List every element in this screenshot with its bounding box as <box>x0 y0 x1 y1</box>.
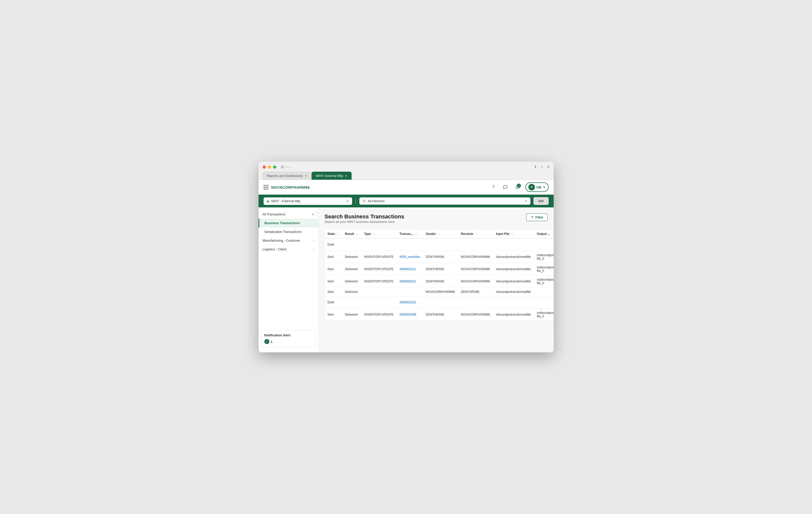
mint-selector-label: MINT - External Mfg <box>271 199 344 203</box>
tab-mint-label: MINT External Mfg <box>316 174 343 178</box>
user-avatar[interactable]: P OB ▼ <box>525 182 548 192</box>
sidebar-item-business-transactions[interactable]: Business Transactions <box>259 219 318 228</box>
filter-button[interactable]: Filter <box>526 213 548 221</box>
browser-window: ⊞ ‹ › ⬆ + ⧉ Reports and Dashboards ✕ MIN… <box>259 162 554 352</box>
windows-icon[interactable]: ⧉ <box>547 165 550 169</box>
cell-input_file: inboundpretransformedfile <box>493 288 534 296</box>
chat-icon[interactable] <box>501 183 510 191</box>
header-actions: ? 3 P OB ▼ <box>489 182 548 192</box>
cell-receiver <box>458 238 493 251</box>
cell-type: INVENTORYUPDATE <box>361 251 396 263</box>
cell-transaction[interactable]: 4500003288 <box>397 309 423 321</box>
business-transactions-label: Business Transactions <box>265 221 300 225</box>
app-menu-icon[interactable] <box>264 185 268 190</box>
sort-input-icon: ↑↓ <box>511 233 514 235</box>
manufacturing-customer-label: Manufacturing - Customer <box>263 239 300 242</box>
tab-reports-label: Reports and Dashboards <box>267 174 303 178</box>
app-header: NOVACORPHARM86 ? 3 P <box>259 180 554 195</box>
sort-transaction-icon: ↑↓ <box>415 233 417 235</box>
col-transaction[interactable]: Transac... ↑↓ <box>397 230 423 238</box>
table-row: SentDeliveredNOVACORPHARM86ZENITHRX86inb… <box>325 288 554 296</box>
transactions-table: State ↑↓ Result ↑↓ Type ↑↓ Transac... <box>325 230 554 321</box>
cell-result: Delivered <box>342 263 361 275</box>
partner-icon <box>362 200 366 203</box>
cell-transaction[interactable]: 4000021001 <box>397 296 423 309</box>
col-receiver[interactable]: Receiver ↑↓ <box>458 230 493 238</box>
cell-output_file <box>534 238 554 251</box>
new-tab-icon[interactable]: + <box>541 165 543 169</box>
sort-receiver-icon: ↑↓ <box>475 233 477 235</box>
sidebar-collapse-button[interactable]: ‹ <box>315 210 322 216</box>
tab-reports-close[interactable]: ✕ <box>305 174 307 178</box>
sidebar-item-all-transactions[interactable]: All Transactions ▼ <box>259 210 318 219</box>
cell-result: Delivered <box>342 309 361 321</box>
cell-receiver: ZENITHRX86 <box>458 288 493 296</box>
help-icon[interactable]: ? <box>489 183 497 191</box>
col-state[interactable]: State ↑↓ <box>325 230 342 238</box>
user-dropdown-icon[interactable]: ▼ <box>543 186 546 189</box>
partner-dropdown-icon: ▼ <box>525 200 527 203</box>
mint-selector[interactable]: ◈ MINT - External Mfg ▼ <box>264 198 352 205</box>
cell-result <box>342 238 361 251</box>
cell-receiver: NOVACORPHARM86 <box>458 309 493 321</box>
tab-mint-close[interactable]: ✕ <box>345 174 347 178</box>
logistics-chevron: › <box>313 248 314 251</box>
cell-receiver: NOVACORPHARM86 <box>458 275 493 288</box>
tab-mint[interactable]: MINT External Mfg ✕ <box>312 172 352 180</box>
cell-state: Draft <box>325 238 342 251</box>
notification-count-badge: 3 <box>517 184 521 188</box>
sidebar-section-manufacturing[interactable]: Manufacturing - Customer › <box>259 236 318 245</box>
sort-result-icon: ↑↓ <box>356 233 358 235</box>
cell-sender: NOVACORPHARM86 <box>423 288 458 296</box>
cell-state: Draft <box>325 296 342 309</box>
mint-icon: ◈ <box>267 199 269 203</box>
cell-transaction[interactable]: 4599003211 <box>397 263 423 275</box>
notification-info[interactable]: i 1 <box>264 339 313 344</box>
cell-type: INVENTORYUPDATE <box>361 309 396 321</box>
cell-state: Sent <box>325 275 342 288</box>
go-button[interactable]: GO <box>533 197 548 205</box>
filter-icon <box>530 216 534 219</box>
sidebar-toggle-icon[interactable]: ⊞ <box>281 165 284 169</box>
logistics-client-label: Logistics - Client <box>263 247 286 251</box>
search-bar: ◈ MINT - External Mfg ▼ | All Partners ▼… <box>259 195 554 207</box>
close-button[interactable] <box>263 165 266 169</box>
minimize-button[interactable] <box>268 165 271 169</box>
all-transactions-chevron: ▼ <box>312 213 314 216</box>
col-sender[interactable]: Sender ↑↓ <box>423 230 458 238</box>
col-type[interactable]: Type ↑↓ <box>361 230 396 238</box>
cell-output_file: outboundposttransformed file_0 <box>534 251 554 263</box>
col-result[interactable]: Result ↑↓ <box>342 230 361 238</box>
share-icon[interactable]: ⬆ <box>534 165 537 169</box>
cell-type <box>361 296 396 309</box>
page-header: Search Business Transactions Search all … <box>325 213 548 228</box>
table-header: State ↑↓ Result ↑↓ Type ↑↓ Transac... <box>325 230 554 238</box>
sidebar-section-logistics[interactable]: Logistics - Client › <box>259 245 318 253</box>
cell-output_file <box>534 296 554 309</box>
cell-input_file: inboundpretransformedfile <box>493 309 534 321</box>
notification-info-icon: i <box>264 339 269 344</box>
main-content: ‹ All Transactions ▼ Business Transactio… <box>259 207 554 352</box>
tab-reports[interactable]: Reports and Dashboards ✕ <box>263 172 312 180</box>
content-area: Search Business Transactions Search all … <box>319 207 554 352</box>
table-row: SentDeliveredINVENTORYUPDATE4500003211ZE… <box>325 275 554 288</box>
col-input-file[interactable]: Input File ↑↓ <box>493 230 534 238</box>
sort-sender-icon: ↑↓ <box>437 233 440 235</box>
manufacturing-chevron: › <box>313 239 314 242</box>
sidebar-item-serialization-transactions[interactable]: Serialization Transactions <box>259 228 318 236</box>
col-output-file[interactable]: Output ... ↑↓ <box>534 230 554 238</box>
partner-selector[interactable]: All Partners ▼ <box>359 198 531 205</box>
search-separator: | <box>355 199 356 204</box>
notifications-icon[interactable]: 3 <box>514 183 521 191</box>
sidebar: ‹ All Transactions ▼ Business Transactio… <box>259 207 319 352</box>
nav-forward-icon[interactable]: › <box>289 165 291 169</box>
notification-alert-title: Notification Alert <box>264 333 313 337</box>
cell-sender: ZENITHRX86 <box>423 251 458 263</box>
sort-state-icon: ↑↓ <box>336 233 339 235</box>
cell-transaction[interactable]: 4500003211 <box>397 275 423 288</box>
cell-transaction[interactable]: 4500_vanshika <box>397 251 423 263</box>
cell-type: INVENTORYUPDATE <box>361 275 396 288</box>
nav-back-icon[interactable]: ‹ <box>286 165 287 169</box>
maximize-button[interactable] <box>273 165 276 169</box>
browser-controls: ⊞ ‹ › ⬆ + ⧉ <box>263 165 550 169</box>
